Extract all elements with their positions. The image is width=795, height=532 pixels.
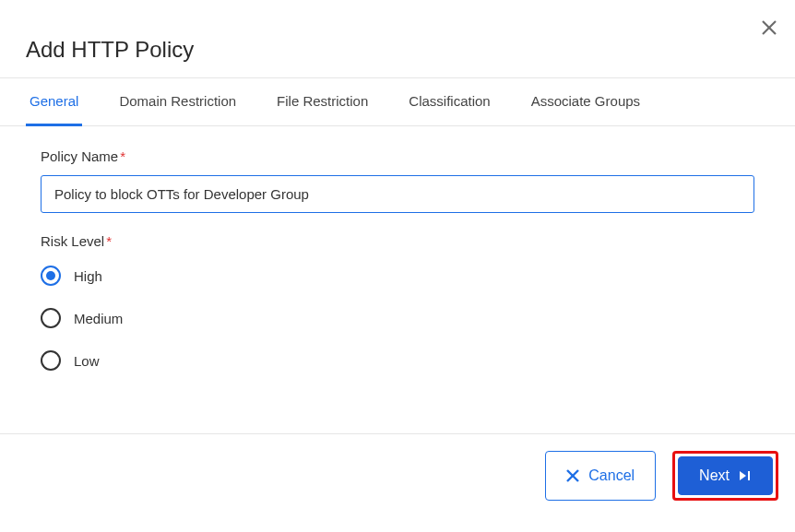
radio-option-medium[interactable]: Medium xyxy=(41,308,754,328)
tab-bar: General Domain Restriction File Restrict… xyxy=(0,77,795,126)
tab-associate-groups[interactable]: Associate Groups xyxy=(528,78,644,126)
next-button-label: Next xyxy=(699,467,730,484)
svg-marker-4 xyxy=(740,471,746,480)
radio-label-high: High xyxy=(74,268,102,284)
page-title: Add HTTP Policy xyxy=(26,37,769,63)
tab-classification[interactable]: Classification xyxy=(405,78,493,126)
x-icon xyxy=(566,469,579,482)
policy-name-label-text: Policy Name xyxy=(41,148,118,164)
required-asterisk: * xyxy=(120,148,125,164)
radio-dot-icon xyxy=(46,271,55,280)
required-asterisk: * xyxy=(106,233,112,249)
policy-name-label: Policy Name* xyxy=(41,148,754,164)
radio-icon xyxy=(41,266,61,286)
radio-label-medium: Medium xyxy=(74,311,123,326)
next-button[interactable]: Next xyxy=(678,456,773,495)
risk-level-radio-group: High Medium Low xyxy=(41,266,754,371)
cancel-button-label: Cancel xyxy=(588,467,635,484)
svg-rect-5 xyxy=(748,471,750,480)
cancel-button[interactable]: Cancel xyxy=(545,451,656,501)
tab-domain-restriction[interactable]: Domain Restriction xyxy=(115,78,240,126)
tab-general[interactable]: General xyxy=(26,78,82,126)
policy-name-input[interactable] xyxy=(41,175,754,213)
risk-level-label: Risk Level* xyxy=(41,233,754,249)
close-icon[interactable] xyxy=(760,18,778,41)
next-button-highlight: Next xyxy=(672,451,778,501)
form-content: Policy Name* Risk Level* High Medium Low xyxy=(0,126,795,415)
dialog-header: Add HTTP Policy xyxy=(0,0,795,77)
radio-option-high[interactable]: High xyxy=(41,266,754,286)
dialog-footer: Cancel Next xyxy=(0,433,795,517)
tab-file-restriction[interactable]: File Restriction xyxy=(273,78,372,126)
radio-label-low: Low xyxy=(74,353,100,369)
play-forward-icon xyxy=(739,469,752,482)
radio-option-low[interactable]: Low xyxy=(41,350,754,371)
risk-level-label-text: Risk Level xyxy=(41,233,104,249)
risk-level-section: Risk Level* High Medium Low xyxy=(41,233,754,371)
radio-icon xyxy=(41,350,61,371)
radio-icon xyxy=(41,308,61,328)
